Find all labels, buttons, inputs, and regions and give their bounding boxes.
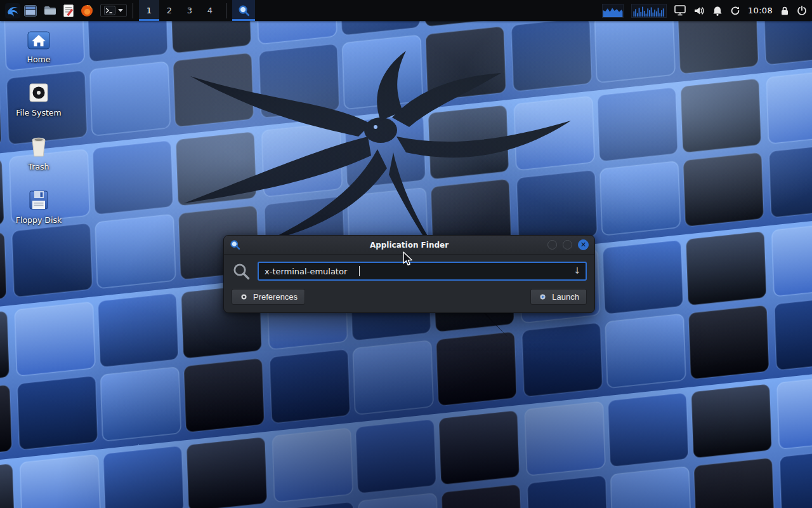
terminal-icon (104, 6, 115, 15)
text-editor-launcher[interactable] (63, 0, 74, 21)
desktop-icon-label: Home (27, 55, 51, 64)
folder-icon (44, 5, 56, 16)
desktop-icon-trash[interactable]: Trash (10, 135, 67, 171)
desktop-icon-home[interactable]: Home (10, 29, 67, 64)
status-tray: 10:08 (602, 4, 807, 18)
desktop-icon-floppy-disk[interactable]: Floppy Disk (10, 189, 67, 225)
panel-separator (226, 3, 226, 18)
volume-icon[interactable] (693, 6, 705, 16)
maximize-button[interactable] (563, 240, 572, 250)
search-input-wrap: ↓ (258, 262, 587, 281)
close-button[interactable]: ✕ (578, 239, 589, 250)
chevron-down-icon (118, 9, 123, 12)
button-row: Preferences Launch (232, 289, 587, 305)
workspace-2[interactable]: 2 (159, 0, 180, 21)
firefox-icon (81, 4, 93, 17)
updates-icon[interactable] (730, 6, 740, 16)
launch-button[interactable]: Launch (530, 289, 587, 305)
window-manager-launcher[interactable] (24, 0, 37, 21)
network-histogram-icon[interactable] (631, 4, 667, 18)
clock[interactable]: 10:08 (748, 6, 773, 15)
file-manager-launcher[interactable] (44, 0, 56, 21)
text-caret (359, 266, 360, 276)
floppy-disk-icon (27, 189, 50, 211)
workspace-1[interactable]: 1 (139, 0, 159, 21)
workspace-switcher: 1 2 3 4 (139, 0, 220, 21)
lock-icon[interactable] (780, 6, 789, 16)
dialog-body: ↓ Preferences (224, 255, 594, 312)
minimize-button[interactable] (547, 240, 557, 250)
workspace-3[interactable]: 3 (180, 0, 200, 21)
panel-separator (133, 3, 133, 18)
taskbar-application-finder[interactable] (232, 0, 255, 21)
search-icon (232, 262, 251, 281)
application-finder-task-icon (238, 4, 250, 17)
desktop-icon-column: Home File System Trash (10, 29, 67, 225)
titlebar[interactable]: Application Finder ✕ (224, 236, 594, 255)
quick-launchers (24, 0, 127, 21)
application-finder-icon (230, 239, 240, 250)
application-finder-window: Application Finder ✕ ↓ (223, 235, 595, 313)
desktop-icon-file-system[interactable]: File System (10, 81, 67, 117)
trash-icon (29, 135, 49, 158)
screen: Home File System Trash (0, 0, 812, 508)
notifications-bell-icon[interactable] (712, 6, 723, 16)
window-icon (24, 5, 37, 17)
window-controls: ✕ (547, 239, 589, 250)
search-row: ↓ (232, 262, 587, 281)
text-editor-icon (63, 4, 74, 17)
launch-label: Launch (552, 292, 579, 302)
kali-menu-icon (5, 3, 20, 18)
firefox-launcher[interactable] (81, 0, 93, 21)
terminal-launcher-group[interactable] (100, 4, 127, 17)
search-input[interactable] (258, 262, 587, 281)
cpu-graph-icon[interactable] (602, 4, 624, 18)
file-system-drive-icon (27, 81, 50, 104)
home-folder-icon (27, 29, 51, 51)
desktop-icon-label: Floppy Disk (16, 216, 62, 225)
launch-icon (538, 292, 547, 302)
desktop-icon-label: File System (16, 109, 62, 117)
desktop-icon-label: Trash (28, 163, 49, 171)
display-icon[interactable] (674, 5, 686, 16)
gear-icon (239, 292, 249, 302)
top-panel: 1 2 3 4 (0, 0, 812, 21)
window-title: Application Finder (224, 241, 594, 250)
applications-menu-button[interactable] (5, 0, 20, 21)
workspace-4[interactable]: 4 (200, 0, 220, 21)
preferences-label: Preferences (253, 292, 298, 302)
power-icon[interactable] (797, 6, 807, 16)
preferences-button[interactable]: Preferences (232, 289, 305, 305)
